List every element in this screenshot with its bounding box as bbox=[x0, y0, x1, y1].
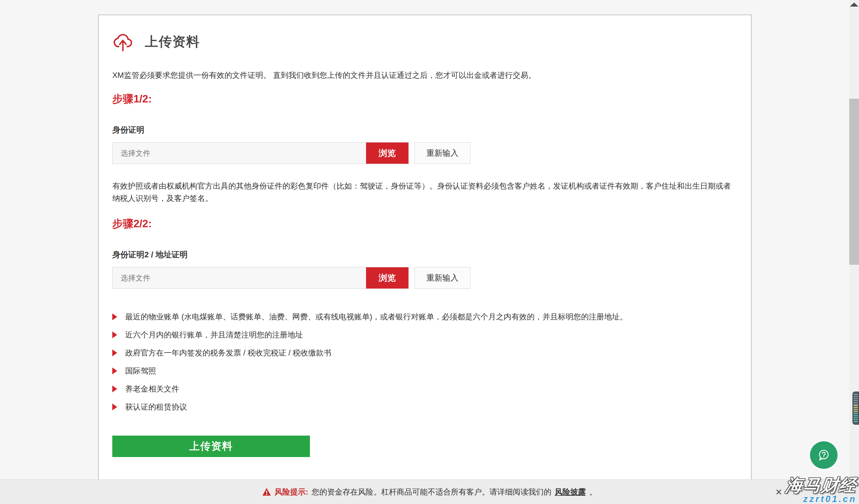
upload-card: 上传资料 XM监管必须要求您提供一份有效的文件证明。 直到我们收到您上传的文件并… bbox=[98, 15, 752, 504]
help-chat-button[interactable] bbox=[810, 441, 838, 469]
list-item: 政府官方在一年内签发的税务发票 / 税收完税证 / 税收缴款书 bbox=[112, 348, 738, 358]
upload-cloud-icon bbox=[112, 31, 134, 52]
identity-reset-button[interactable]: 重新输入 bbox=[415, 142, 470, 164]
risk-warning-suffix: 。 bbox=[589, 487, 597, 497]
address-proof-label: 身份证明2 / 地址证明 bbox=[112, 249, 738, 260]
identity-description: 有效护照或者由权威机构官方出具的其他身份证件的彩色复印件（比如：驾驶证，身份证等… bbox=[112, 180, 737, 205]
identity-file-row: 浏览 重新输入 bbox=[112, 142, 738, 164]
address-file-box: 浏览 bbox=[112, 267, 409, 289]
list-item-text: 政府官方在一年内签发的税务发票 / 税收完税证 / 税收缴款书 bbox=[125, 348, 331, 358]
triangle-bullet-icon bbox=[112, 404, 117, 410]
meter-yellow-segment bbox=[854, 405, 858, 413]
triangle-bullet-icon bbox=[112, 331, 117, 338]
identity-file-input[interactable] bbox=[112, 143, 366, 164]
risk-warning-message: 您的资金存在风险。杠杆商品可能不适合所有客户。请详细阅读我们的 bbox=[312, 487, 552, 497]
triangle-bullet-icon bbox=[112, 313, 117, 320]
level-meter-widget bbox=[853, 392, 859, 425]
step1-heading: 步骤1/2: bbox=[112, 92, 738, 106]
intro-text: XM监管必须要求您提供一份有效的文件证明。 直到我们收到您上传的文件并且认证通过… bbox=[112, 70, 738, 80]
risk-disclosure-link[interactable]: 风险披露 bbox=[555, 487, 586, 497]
risk-warning-bar: 风险提示: 您的资金存在风险。杠杆商品可能不适合所有客户。请详细阅读我们的风险披… bbox=[0, 479, 859, 504]
list-item-text: 养老金相关文件 bbox=[125, 384, 179, 394]
address-file-row: 浏览 重新输入 bbox=[112, 267, 738, 289]
risk-warning-label: 风险提示: bbox=[275, 487, 308, 497]
address-file-input[interactable] bbox=[112, 267, 366, 288]
card-header: 上传资料 bbox=[112, 31, 738, 52]
list-item: 养老金相关文件 bbox=[112, 384, 738, 394]
vertical-scrollbar[interactable] bbox=[849, 0, 859, 504]
address-reset-button[interactable]: 重新输入 bbox=[415, 267, 470, 289]
meter-teal-segment bbox=[854, 413, 858, 422]
triangle-bullet-icon bbox=[112, 349, 117, 356]
identity-file-box: 浏览 bbox=[112, 142, 409, 164]
list-item-text: 最近的物业账单 (水电煤账单、话费账单、油费、网费、或有线电视账单)，或者银行对… bbox=[125, 312, 627, 321]
list-item-text: 近六个月内的银行账单，并且清楚注明您的注册地址 bbox=[125, 330, 303, 340]
identity-proof-label: 身份证明 bbox=[112, 125, 738, 136]
meter-gray-segment bbox=[854, 394, 858, 405]
accepted-documents-list: 最近的物业账单 (水电煤账单、话费账单、油费、网费、或有线电视账单)，或者银行对… bbox=[112, 312, 738, 412]
warning-triangle-icon bbox=[262, 488, 271, 496]
page-title: 上传资料 bbox=[145, 33, 200, 51]
close-icon[interactable]: × bbox=[775, 487, 782, 498]
triangle-bullet-icon bbox=[112, 385, 117, 392]
address-browse-button[interactable]: 浏览 bbox=[366, 267, 408, 288]
list-item: 获认证的租赁协议 bbox=[112, 403, 738, 412]
scrollbar-thumb[interactable] bbox=[849, 99, 859, 265]
question-chat-icon bbox=[815, 447, 832, 463]
identity-browse-button[interactable]: 浏览 bbox=[366, 143, 408, 164]
list-item: 最近的物业账单 (水电煤账单、话费账单、油费、网费、或有线电视账单)，或者银行对… bbox=[112, 312, 738, 321]
triangle-bullet-icon bbox=[112, 367, 117, 374]
upload-submit-button[interactable]: 上传资料 bbox=[112, 436, 310, 457]
list-item-text: 获认证的租赁协议 bbox=[125, 403, 187, 412]
list-item: 国际驾照 bbox=[112, 366, 738, 376]
list-item: 近六个月内的银行账单，并且清楚注明您的注册地址 bbox=[112, 330, 738, 340]
scroll-up-arrow-icon[interactable] bbox=[850, 3, 858, 6]
step2-heading: 步骤2/2: bbox=[112, 217, 738, 231]
list-item-text: 国际驾照 bbox=[125, 366, 156, 376]
